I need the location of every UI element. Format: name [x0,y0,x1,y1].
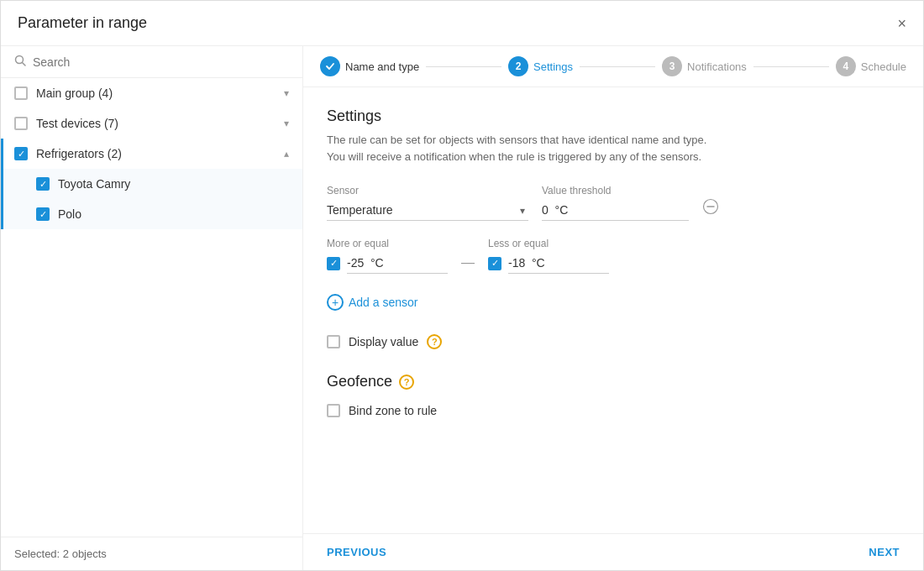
step-circle-1 [320,56,340,76]
settings-description: The rule can be set for objects with sen… [327,132,900,165]
checkbox-toyota-camry[interactable] [36,177,50,191]
step-connector-1 [426,66,501,67]
less-or-equal-group: Less or equal [488,238,609,274]
item-label-main-group: Main group (4) [36,86,276,100]
chevron-down-icon: ▾ [284,87,289,99]
checkbox-refrigerators[interactable] [14,147,28,160]
search-icon [14,55,26,69]
left-footer: Selected: 2 objects [1,537,302,570]
geofence-row: Geofence ? [327,373,900,390]
step-label-2: Settings [533,60,573,73]
selection-bar-3 [1,199,3,229]
step-schedule: 4 Schedule [836,56,906,76]
display-value-help-icon[interactable]: ? [427,334,442,349]
value-threshold-field-group: Value threshold [542,185,689,221]
range-separator: — [461,255,475,274]
step-circle-4: 4 [836,56,856,76]
more-or-equal-inner [327,253,448,274]
previous-button[interactable]: PREVIOUS [327,546,386,558]
chevron-down-icon-2: ▾ [284,118,289,129]
modal-body: Main group (4) ▾ Test devices (7) ▾ Refr… [1,46,923,570]
checkbox-less-or-equal[interactable] [488,257,501,270]
less-or-equal-input[interactable] [508,253,609,274]
modal-title: Parameter in range [18,14,147,32]
desc-line2: You will receive a notification when the… [327,150,701,163]
item-label-refrigerators: Refrigerators (2) [36,147,276,160]
tree-item-test-devices[interactable]: Test devices (7) ▾ [1,108,302,139]
svg-line-1 [23,63,26,66]
checkbox-main-group[interactable] [14,86,28,100]
bind-zone-row: Bind zone to rule [327,404,900,417]
step-label-4: Schedule [861,60,906,73]
search-bar [1,46,302,78]
content-area: Settings The rule can be set for objects… [303,87,923,533]
more-or-equal-input[interactable] [347,253,448,274]
sensor-label: Sensor [327,185,528,196]
selected-objects-text: Selected: 2 objects [14,547,107,560]
item-label-polo: Polo [58,207,289,221]
modal-footer: PREVIOUS NEXT [303,533,923,570]
checkbox-test-devices[interactable] [14,117,28,130]
value-threshold-input[interactable] [542,200,689,221]
checkbox-more-or-equal[interactable] [327,257,340,270]
more-or-equal-group: More or equal [327,238,448,274]
tree-item-polo[interactable]: Polo [1,199,302,229]
step-notifications: 3 Notifications [662,56,747,76]
tree-list: Main group (4) ▾ Test devices (7) ▾ Refr… [1,78,302,537]
desc-line1: The rule can be set for objects with sen… [327,134,706,146]
checkbox-bind-zone[interactable] [327,404,340,417]
display-value-label: Display value [349,335,418,348]
modal-header: Parameter in range × [1,1,923,46]
tree-item-refrigerators[interactable]: Refrigerators (2) ▴ [1,139,302,169]
less-or-equal-label: Less or equal [488,238,609,249]
left-panel: Main group (4) ▾ Test devices (7) ▾ Refr… [1,46,303,570]
remove-sensor-button[interactable] [702,198,719,217]
geofence-help-icon[interactable]: ? [399,375,414,390]
step-name-and-type: Name and type [320,56,419,76]
settings-title: Settings [327,107,900,125]
step-connector-2 [580,66,655,67]
chevron-up-icon: ▴ [284,148,289,160]
sensor-row: Sensor Temperature Humidity Speed Fuel ▾ [327,185,900,221]
checkbox-display-value[interactable] [327,335,340,348]
sensor-select-wrap: Temperature Humidity Speed Fuel ▾ [327,200,528,221]
sensor-field-group: Sensor Temperature Humidity Speed Fuel ▾ [327,185,528,221]
modal-overlay: Parameter in range × Main group (4) [0,0,924,571]
bind-zone-label: Bind zone to rule [349,404,437,417]
geofence-title: Geofence [327,373,392,390]
selection-bar-2 [1,169,3,199]
display-value-row: Display value ? [327,334,900,349]
tree-item-toyota-camry[interactable]: Toyota Camry [1,169,302,199]
less-or-equal-inner [488,253,609,274]
step-connector-3 [753,66,829,67]
sensor-select[interactable]: Temperature Humidity Speed Fuel [327,200,528,221]
step-settings: 2 Settings [508,56,573,76]
step-circle-2: 2 [508,56,528,76]
item-label-test-devices: Test devices (7) [36,117,276,130]
checkbox-polo[interactable] [36,207,50,221]
next-button[interactable]: NEXT [869,546,900,558]
right-panel: Name and type 2 Settings 3 Notifications… [303,46,923,570]
step-label-1: Name and type [345,60,419,73]
step-circle-3: 3 [662,56,682,76]
close-button[interactable]: × [897,16,906,31]
steps-bar: Name and type 2 Settings 3 Notifications… [303,46,923,87]
add-sensor-icon: + [327,294,344,311]
add-sensor-button[interactable]: + Add a sensor [327,294,418,311]
tree-item-main-group[interactable]: Main group (4) ▾ [1,78,302,108]
item-label-toyota-camry: Toyota Camry [58,177,289,191]
step-label-3: Notifications [687,60,747,73]
selection-bar [1,139,3,169]
more-or-equal-label: More or equal [327,238,448,249]
value-threshold-label: Value threshold [542,185,689,196]
search-input[interactable] [33,55,289,69]
add-sensor-label: Add a sensor [349,296,418,309]
range-row: More or equal — Less or equal [327,238,900,274]
